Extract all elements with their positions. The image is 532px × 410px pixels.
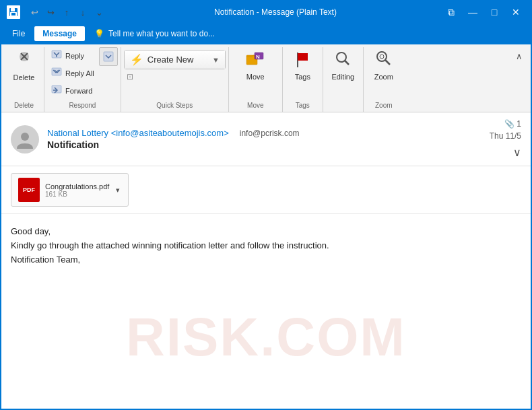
reply-button[interactable]: Reply bbox=[47, 47, 98, 64]
close-button[interactable]: ✕ bbox=[506, 3, 525, 22]
ribbon-group-delete: Delete Delete bbox=[4, 47, 44, 112]
attachment-area: PDF Congratulations.pdf 161 KB ▾ bbox=[1, 166, 531, 214]
menu-bar: File Message 💡 Tell me what you want to … bbox=[1, 23, 531, 44]
zoom-button[interactable]: Zoom bbox=[367, 47, 401, 83]
delete-button[interactable]: Delete bbox=[7, 47, 41, 84]
attachment-dropdown-button[interactable]: ▾ bbox=[114, 184, 121, 196]
save-icon[interactable] bbox=[7, 5, 20, 19]
window-controls: ⧉ — □ ✕ bbox=[442, 3, 525, 22]
respond-group-content: Reply Reply All bbox=[47, 47, 118, 100]
undo-redo-group: ↩ ↪ ↑ ↓ ⌄ bbox=[27, 5, 106, 20]
delete-icon bbox=[15, 50, 34, 71]
create-new-main: ⚡ Create New ▼ bbox=[125, 50, 225, 69]
menu-file[interactable]: File bbox=[4, 26, 33, 41]
respond-buttons: Reply Reply All bbox=[47, 47, 98, 99]
svg-rect-1 bbox=[11, 8, 15, 11]
tags-button[interactable]: Tags bbox=[286, 47, 319, 83]
minimize-button[interactable]: — bbox=[463, 3, 482, 22]
title-bar: ↩ ↪ ↑ ↓ ⌄ Notification - Message (Plain … bbox=[1, 1, 531, 23]
email-area: National Lottery <info@asiteaboutemojis.… bbox=[1, 112, 531, 409]
tell-me-text: Tell me what you want to do... bbox=[108, 29, 215, 38]
email-date: Thu 11/5 bbox=[490, 131, 521, 141]
reply-icon bbox=[51, 49, 63, 62]
title-bar-left: ↩ ↪ ↑ ↓ ⌄ bbox=[7, 5, 109, 20]
body-line2: Kindly go through the attached winning n… bbox=[11, 239, 521, 253]
editing-button[interactable]: Editing bbox=[326, 47, 360, 83]
reply-all-icon bbox=[51, 67, 63, 79]
ribbon-group-respond: Reply Reply All bbox=[44, 47, 121, 112]
move-label: Move bbox=[246, 73, 265, 81]
email-header: National Lottery <info@asiteaboutemojis.… bbox=[1, 112, 531, 166]
ribbon-group-zoom: Zoom Zoom bbox=[364, 47, 404, 112]
flag-icon bbox=[294, 50, 310, 71]
create-new-label: Create New bbox=[147, 55, 194, 65]
reply-label: Reply bbox=[65, 52, 84, 60]
email-meta: 📎 1 Thu 11/5 ∨ bbox=[490, 119, 521, 159]
editing-group-content: Editing bbox=[326, 47, 360, 108]
editing-search-icon bbox=[334, 50, 352, 71]
reply-all-button[interactable]: Reply All bbox=[47, 65, 98, 81]
menu-message[interactable]: Message bbox=[34, 26, 85, 41]
window-title: Notification - Message (Plain Text) bbox=[109, 7, 442, 17]
dialog-launcher-icon[interactable]: ⊡ bbox=[127, 72, 133, 81]
down-button[interactable]: ↓ bbox=[75, 5, 90, 20]
undo-button[interactable]: ↩ bbox=[27, 5, 42, 20]
respond-extra-button[interactable] bbox=[99, 47, 118, 66]
ribbon-collapse-button[interactable]: ∧ bbox=[513, 50, 525, 62]
move-icon: N bbox=[245, 50, 265, 71]
svg-line-18 bbox=[345, 61, 349, 65]
attachment-count: 📎 1 bbox=[504, 119, 521, 129]
zoom-group-content: Zoom bbox=[367, 47, 401, 100]
delete-label: Delete bbox=[13, 73, 35, 81]
attachment-info: Congratulations.pdf 161 KB bbox=[45, 182, 109, 198]
expand-email-button[interactable]: ∨ bbox=[513, 146, 521, 159]
ribbon-group-move: N Move Move bbox=[229, 47, 283, 112]
delete-group-content: Delete bbox=[7, 47, 41, 100]
forward-label: Forward bbox=[65, 87, 92, 95]
maximize-button[interactable]: □ bbox=[485, 3, 504, 22]
attachment-name: Congratulations.pdf bbox=[45, 182, 109, 191]
up-button[interactable]: ↑ bbox=[59, 5, 74, 20]
outlook-window: ↩ ↪ ↑ ↓ ⌄ Notification - Message (Plain … bbox=[0, 0, 532, 410]
zoom-group-label: Zoom bbox=[366, 100, 401, 112]
customizer-button[interactable]: ⌄ bbox=[92, 5, 106, 20]
redo-button[interactable]: ↪ bbox=[43, 5, 58, 20]
paperclip-icon: 📎 bbox=[504, 119, 514, 129]
move-group-label: Move bbox=[232, 100, 279, 112]
ribbon: Delete Delete Re bbox=[1, 44, 531, 112]
ribbon-group-tags: Tags Tags bbox=[283, 47, 323, 112]
tell-me-input[interactable]: 💡 Tell me what you want to do... bbox=[86, 26, 223, 41]
tags-group-label: Tags bbox=[286, 100, 320, 112]
forward-button[interactable]: Forward bbox=[47, 82, 98, 99]
body-line1: Good day, bbox=[11, 225, 521, 239]
ribbon-group-editing: Editing bbox=[323, 47, 364, 112]
email-from: National Lottery <info@asiteaboutemojis.… bbox=[47, 128, 229, 138]
tags-label: Tags bbox=[295, 73, 310, 81]
dropdown-arrow-icon: ▼ bbox=[212, 56, 220, 64]
attachment-size: 161 KB bbox=[45, 191, 109, 198]
forward-icon bbox=[51, 84, 63, 97]
respond-group-label: Respond bbox=[47, 100, 118, 112]
attachment-item[interactable]: PDF Congratulations.pdf 161 KB ▾ bbox=[11, 173, 129, 207]
move-group-content: N Move bbox=[238, 47, 272, 100]
delete-group-label: Delete bbox=[7, 100, 41, 112]
move-button[interactable]: N Move bbox=[238, 47, 272, 83]
email-header-info: National Lottery <info@asiteaboutemojis.… bbox=[47, 128, 300, 150]
svg-text:N: N bbox=[256, 54, 260, 60]
attachment-num: 1 bbox=[517, 119, 521, 129]
svg-line-21 bbox=[385, 60, 390, 65]
restore-button[interactable]: ⧉ bbox=[442, 3, 461, 22]
svg-point-22 bbox=[21, 133, 29, 141]
email-to: info@pcrisk.com bbox=[240, 129, 300, 138]
editing-label: Editing bbox=[331, 73, 354, 81]
quicksteps-group-content: ⚡ Create New ▼ ⊡ bbox=[124, 47, 226, 100]
svg-point-19 bbox=[377, 52, 387, 61]
tags-group-content: Tags bbox=[286, 47, 319, 100]
body-line3: Notification Team, bbox=[11, 253, 521, 267]
quicksteps-group-label: Quick Steps bbox=[124, 100, 226, 112]
create-new-button[interactable]: ⚡ Create New ▼ bbox=[124, 50, 226, 69]
svg-rect-3 bbox=[11, 13, 15, 15]
svg-point-20 bbox=[380, 55, 384, 59]
reply-all-label: Reply All bbox=[65, 69, 94, 77]
email-subject: Notification bbox=[47, 139, 300, 150]
